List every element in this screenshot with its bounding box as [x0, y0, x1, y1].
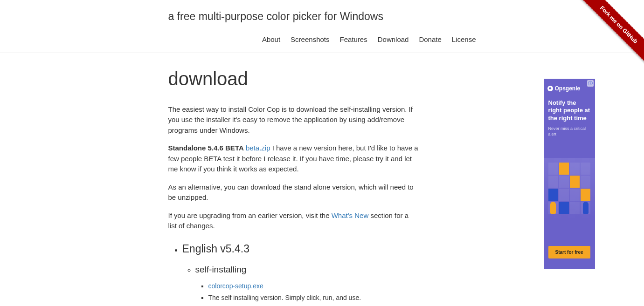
main-content: download The easiest way to install Colo… — [168, 65, 419, 306]
nav-donate[interactable]: Donate — [419, 34, 441, 45]
group-heading: self-installing — [195, 263, 419, 277]
sidebar-ad[interactable]: ⓘ Opsgenie Notify the right people at th… — [544, 79, 595, 269]
beta-zip-link[interactable]: beta.zip — [246, 144, 270, 152]
ad-headline: Notify the right people at the right tim… — [544, 96, 595, 125]
beta-paragraph: Standalone 5.4.6 BETA beta.zip I have a … — [168, 143, 419, 175]
nav-license[interactable]: License — [452, 34, 476, 45]
nav-features[interactable]: Features — [340, 34, 367, 45]
ad-info-icon[interactable]: ⓘ — [587, 80, 594, 87]
main-nav: About Screenshots Features Download Dona… — [0, 27, 644, 53]
download-section: English v5.4.3 self-installing colorcop-… — [182, 241, 419, 303]
nav-about[interactable]: About — [262, 34, 280, 45]
ad-subtext: Never miss a critical alert — [544, 124, 595, 139]
intro-paragraph: The easiest way to install Color Cop is … — [168, 104, 419, 136]
nav-download[interactable]: Download — [378, 34, 409, 45]
upgrade-paragraph: If you are upgrading from an earlier ver… — [168, 211, 419, 231]
opsgenie-logo-icon — [547, 86, 553, 91]
ad-illustration — [544, 158, 595, 218]
beta-label: Standalone 5.4.6 BETA — [168, 144, 244, 152]
alt-paragraph: As an alternative, you can download the … — [168, 182, 419, 203]
download-file-link[interactable]: colorcop-setup.exe — [208, 282, 263, 290]
version-heading: English v5.4.3 — [182, 241, 419, 257]
download-file-desc: The self installing version. Simply clic… — [208, 293, 419, 303]
download-group: self-installing colorcop-setup.exe The s… — [195, 263, 419, 303]
download-file-item: colorcop-setup.exe — [208, 281, 419, 291]
nav-screenshots[interactable]: Screenshots — [291, 34, 329, 45]
site-tagline: a free multi-purpose color picker for Wi… — [168, 8, 476, 25]
ad-cta-button[interactable]: Start for free — [548, 246, 590, 258]
whats-new-link[interactable]: What's New — [332, 211, 369, 219]
page-title: download — [168, 65, 419, 93]
